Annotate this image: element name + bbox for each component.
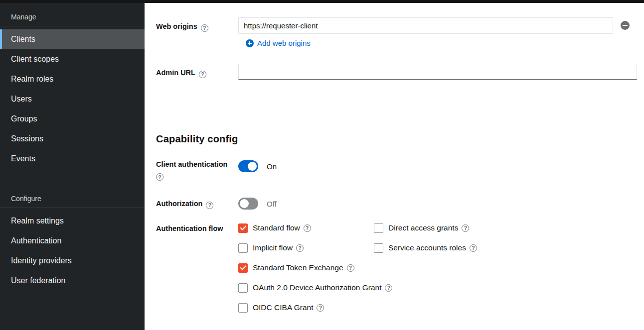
nav-section-configure: Configure Realm settings Authentication … bbox=[0, 185, 145, 291]
authentication-flow-label-col: Authentication flow bbox=[156, 218, 238, 318]
standard-token-exchange-checkbox[interactable] bbox=[238, 263, 248, 273]
sidebar-item-label: Events bbox=[11, 154, 35, 163]
sidebar-item-identity-providers[interactable]: Identity providers bbox=[0, 251, 145, 271]
help-icon[interactable]: ? bbox=[201, 24, 208, 32]
sidebar-item-user-federation[interactable]: User federation bbox=[0, 271, 145, 291]
admin-url-control bbox=[238, 64, 637, 80]
sidebar-item-authentication[interactable]: Authentication bbox=[0, 231, 145, 251]
help-icon[interactable]: ? bbox=[199, 71, 206, 78]
nav-list-manage: Clients Client scopes Realm roles Users … bbox=[0, 29, 145, 169]
admin-url-label: Admin URL bbox=[156, 69, 195, 77]
sidebar-item-clients[interactable]: Clients bbox=[0, 29, 145, 49]
nav-list-configure: Realm settings Authentication Identity p… bbox=[0, 211, 145, 291]
authorization-toggle[interactable] bbox=[238, 198, 258, 210]
service-accounts-roles-checkbox[interactable] bbox=[374, 243, 383, 253]
sidebar-item-client-scopes[interactable]: Client scopes bbox=[0, 49, 145, 69]
sidebar-item-sessions[interactable]: Sessions bbox=[0, 129, 145, 149]
checkbox-label: Standard Token Exchange bbox=[253, 263, 343, 272]
client-authentication-label-col: Client authentication ? bbox=[156, 160, 238, 181]
nav-section-title-configure: Configure bbox=[0, 185, 145, 208]
sidebar-item-label: Users bbox=[11, 95, 32, 104]
authorization-label-col: Authorization? bbox=[156, 198, 238, 210]
sidebar-item-label: Client scopes bbox=[11, 55, 59, 64]
option-implicit-flow: Implicit flow ? bbox=[238, 243, 374, 253]
nav-section-title-manage: Manage bbox=[0, 3, 145, 26]
authorization-control: Off bbox=[238, 198, 277, 210]
plus-circle-icon bbox=[246, 39, 254, 47]
add-web-origins-link[interactable]: Add web origins bbox=[246, 39, 311, 47]
sidebar-item-label: Sessions bbox=[11, 134, 43, 143]
implicit-flow-checkbox[interactable] bbox=[238, 243, 248, 253]
sidebar-item-label: User federation bbox=[11, 276, 65, 285]
sidebar-item-groups[interactable]: Groups bbox=[0, 109, 145, 129]
option-service-accounts-roles: Service accounts roles ? bbox=[374, 243, 509, 253]
checkbox-label: OAuth 2.0 Device Authorization Grant bbox=[253, 283, 381, 292]
checkbox-row: Standard flow ? Direct access grants ? bbox=[238, 218, 509, 238]
sidebar-item-realm-roles[interactable]: Realm roles bbox=[0, 69, 145, 89]
web-origins-label: Web origins bbox=[156, 22, 197, 30]
web-origins-input[interactable] bbox=[238, 17, 613, 33]
help-icon[interactable]: ? bbox=[470, 244, 477, 252]
oauth-device-authorization-grant-checkbox[interactable] bbox=[238, 283, 248, 293]
checkbox-row: Implicit flow ? Service accounts roles ? bbox=[238, 238, 509, 258]
checkbox-label: Direct access grants bbox=[388, 223, 458, 232]
toggle-knob bbox=[240, 199, 249, 208]
sidebar-item-label: Authentication bbox=[11, 236, 61, 245]
sidebar-item-label: Groups bbox=[11, 114, 37, 123]
checkbox-row: Standard Token Exchange ? bbox=[238, 258, 509, 278]
authentication-flow-row: Authentication flow Standard flow ? Dire… bbox=[156, 218, 644, 318]
web-origins-control: Add web origins bbox=[238, 17, 630, 47]
authorization-label: Authorization bbox=[156, 200, 202, 208]
standard-flow-checkbox[interactable] bbox=[238, 223, 248, 233]
authentication-flow-label: Authentication flow bbox=[156, 224, 223, 232]
checkbox-label: Service accounts roles bbox=[388, 243, 466, 252]
authorization-row: Authorization? Off bbox=[156, 198, 644, 210]
help-icon[interactable]: ? bbox=[347, 264, 354, 272]
direct-access-grants-checkbox[interactable] bbox=[374, 223, 383, 233]
client-settings-form: Web origins? Add web origins Admin URL? … bbox=[145, 3, 644, 330]
client-authentication-row: Client authentication ? On bbox=[156, 160, 644, 181]
checkbox-label: Standard flow bbox=[253, 223, 300, 232]
admin-url-input[interactable] bbox=[238, 64, 637, 80]
checkbox-row: OAuth 2.0 Device Authorization Grant ? bbox=[238, 278, 509, 298]
option-direct-access-grants: Direct access grants ? bbox=[374, 223, 509, 233]
help-icon[interactable]: ? bbox=[304, 224, 311, 232]
help-icon[interactable]: ? bbox=[462, 224, 469, 232]
client-authentication-label: Client authentication bbox=[156, 160, 238, 168]
help-icon[interactable]: ? bbox=[206, 202, 213, 209]
web-origins-label-col: Web origins? bbox=[156, 17, 238, 47]
checkbox-row: OIDC CIBA Grant ? bbox=[238, 298, 509, 318]
sidebar-item-label: Realm settings bbox=[11, 217, 64, 225]
sidebar-item-events[interactable]: Events bbox=[0, 149, 145, 169]
sidebar-item-users[interactable]: Users bbox=[0, 89, 145, 109]
web-origins-input-row bbox=[238, 17, 630, 33]
admin-url-label-col: Admin URL? bbox=[156, 64, 238, 80]
authorization-state: Off bbox=[267, 200, 277, 208]
authentication-flow-options: Standard flow ? Direct access grants ? I… bbox=[238, 218, 509, 318]
help-icon[interactable]: ? bbox=[296, 244, 304, 252]
remove-web-origin-button[interactable] bbox=[621, 21, 630, 30]
option-standard-token-exchange: Standard Token Exchange ? bbox=[238, 263, 374, 273]
nav-section-manage: Manage Clients Client scopes Realm roles… bbox=[0, 3, 145, 169]
option-standard-flow: Standard flow ? bbox=[238, 223, 374, 233]
add-web-origins-label: Add web origins bbox=[257, 39, 311, 47]
sidebar-item-label: Realm roles bbox=[11, 75, 53, 84]
oidc-ciba-grant-checkbox[interactable] bbox=[238, 303, 248, 313]
help-icon[interactable]: ? bbox=[317, 304, 324, 312]
checkbox-label: Implicit flow bbox=[253, 243, 293, 252]
option-oauth-device-authorization-grant: OAuth 2.0 Device Authorization Grant ? bbox=[238, 283, 374, 293]
help-icon[interactable]: ? bbox=[385, 284, 392, 292]
toggle-knob bbox=[248, 162, 257, 171]
client-authentication-control: On bbox=[238, 160, 277, 172]
sidebar-item-label: Clients bbox=[11, 35, 35, 44]
client-authentication-toggle[interactable] bbox=[238, 160, 258, 172]
web-origins-row: Web origins? Add web origins bbox=[156, 17, 644, 47]
help-icon[interactable]: ? bbox=[156, 173, 163, 181]
sidebar-item-realm-settings[interactable]: Realm settings bbox=[0, 211, 145, 231]
sidebar-item-label: Identity providers bbox=[11, 256, 72, 265]
sidebar-nav: Manage Clients Client scopes Realm roles… bbox=[0, 3, 145, 330]
admin-url-row: Admin URL? bbox=[156, 64, 644, 80]
option-oidc-ciba-grant: OIDC CIBA Grant ? bbox=[238, 303, 374, 313]
client-authentication-state: On bbox=[267, 162, 277, 171]
checkbox-label: OIDC CIBA Grant bbox=[253, 303, 313, 312]
